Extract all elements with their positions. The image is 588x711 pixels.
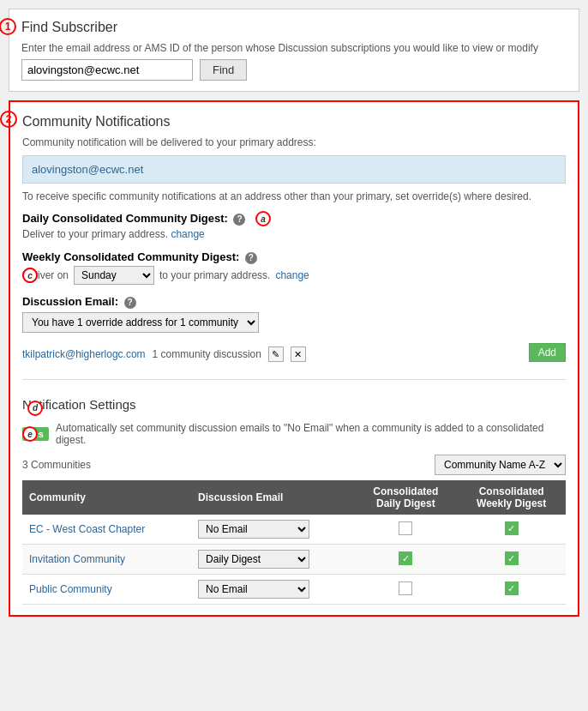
main-section: 2 Community Notifications Community noti… <box>9 100 579 617</box>
annotation-a: a <box>255 211 271 226</box>
section1-label: 1 <box>0 18 16 35</box>
find-button[interactable]: Find <box>200 59 247 81</box>
notification-settings: Notification Settings d Yes e Automatica… <box>22 397 566 605</box>
col-daily-digest: ConsolidatedDaily Digest <box>354 480 457 515</box>
section-divider <box>22 379 566 380</box>
find-subscriber-title: Find Subscriber <box>21 20 567 35</box>
daily-digest-label: Daily Consolidated Community Digest: ? a <box>22 211 566 226</box>
community-link[interactable]: Public Community <box>29 583 112 595</box>
find-subscriber-instruction: Enter the email address or AMS ID of the… <box>21 42 567 54</box>
primary-email-bar: alovingston@ecwc.net <box>22 155 566 184</box>
day-select[interactable]: Sunday Monday Tuesday Wednesday Thursday… <box>74 266 154 285</box>
daily-digest-sub: Deliver to your primary address. change <box>22 228 566 240</box>
communities-header-row: 3 Communities Community Name A-Z Communi… <box>22 455 566 475</box>
remove-override-button[interactable]: ✕ <box>291 346 306 362</box>
weekly-digest-label: Weekly Consolidated Community Digest: ? <box>22 250 566 264</box>
discussion-email-row: Discussion Email: ? You have 1 override … <box>22 295 566 369</box>
col-weekly-digest: ConsolidatedWeekly Digest <box>457 480 566 515</box>
edit-override-button[interactable]: ✎ <box>268 346 284 362</box>
email-input[interactable] <box>21 59 193 81</box>
auto-toggle-row: Yes e Automatically set community discus… <box>22 422 566 446</box>
daily-digest-info-icon[interactable]: ? <box>233 214 245 226</box>
col-community: Community <box>22 480 191 515</box>
table-row: EC - West Coast Chapter No Email Daily D… <box>22 515 566 545</box>
discussion-email-info-icon[interactable]: ? <box>124 297 136 309</box>
override-address-select[interactable]: You have 1 override address for 1 commun… <box>22 312 259 333</box>
communities-count: 3 Communities <box>22 459 91 471</box>
community-link[interactable]: Invitation Community <box>29 553 125 565</box>
annotation-d: d <box>27 401 43 416</box>
community-link[interactable]: EC - West Coast Chapter <box>29 523 145 535</box>
table-row: Public Community No Email Daily Digest W… <box>22 575 566 605</box>
add-override-button[interactable]: Add <box>529 343 566 362</box>
weekly-check-row3[interactable] <box>505 581 519 595</box>
daily-digest-row: Daily Consolidated Community Digest: ? a… <box>22 211 566 240</box>
daily-check-row1[interactable] <box>399 521 412 535</box>
daily-check-row3[interactable] <box>399 581 412 595</box>
override-row: tkilpatrick@higherlogc.com 1 community d… <box>22 343 529 365</box>
delivery-note: Community notification will be delivered… <box>22 136 566 148</box>
weekly-check-row1[interactable] <box>505 521 519 535</box>
daily-digest-change-link[interactable]: change <box>171 228 204 240</box>
col-discussion-email: Discussion Email <box>191 480 354 515</box>
annotation-c: c <box>22 268 38 283</box>
table-row: Invitation Community No Email Daily Dige… <box>22 545 566 575</box>
weekly-check-row2[interactable] <box>505 551 519 565</box>
community-notifications-title: Community Notifications <box>22 114 566 130</box>
email-select-row1[interactable]: No Email Daily Digest Weekly Digest Real… <box>198 520 309 539</box>
sort-select[interactable]: Community Name A-Z Community Name Z-A <box>435 455 566 475</box>
email-select-row3[interactable]: No Email Daily Digest Weekly Digest Real… <box>198 580 309 599</box>
annotation-e: e <box>22 426 38 442</box>
weekly-digest-info-icon[interactable]: ? <box>245 252 257 264</box>
find-subscriber-section: 1 Find Subscriber Enter the email addres… <box>9 9 579 92</box>
override-email: tkilpatrick@higherlogc.com <box>22 348 146 360</box>
section2-label: 2 <box>0 111 17 128</box>
community-notifications: Community Notifications Community notifi… <box>22 114 566 369</box>
override-desc: 1 community discussion <box>153 348 261 360</box>
auto-toggle-label: Automatically set community discussion e… <box>56 422 566 446</box>
communities-table: Community Discussion Email ConsolidatedD… <box>22 480 566 605</box>
discussion-email-label: Discussion Email: ? <box>22 295 566 309</box>
weekly-digest-row: Weekly Consolidated Community Digest: ? … <box>22 250 566 285</box>
override-note: To receive specific community notificati… <box>22 190 566 202</box>
weekly-digest-sub: Deliver on Sunday Monday Tuesday Wednesd… <box>22 266 566 285</box>
email-select-row2[interactable]: No Email Daily Digest Weekly Digest Real… <box>198 550 309 569</box>
weekly-digest-change-link[interactable]: change <box>275 269 309 281</box>
daily-check-row2[interactable] <box>399 551 412 565</box>
